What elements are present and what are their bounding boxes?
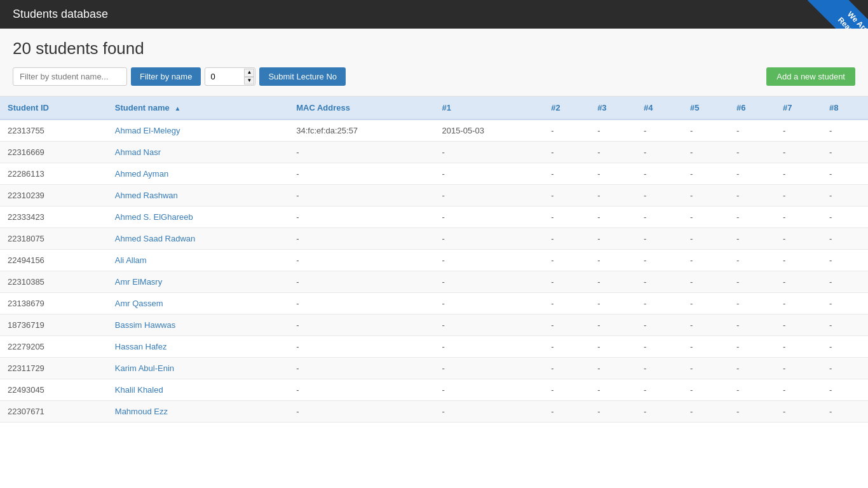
- page-title: 20 students found: [13, 39, 855, 58]
- data-cell: -: [590, 379, 636, 401]
- table-row: 22307671Mahmoud Ezz---------: [0, 401, 868, 423]
- table-row: 23138679Amr Qassem---------: [0, 293, 868, 315]
- data-cell: -: [636, 250, 682, 271]
- data-cell: -: [636, 163, 682, 185]
- student-id-cell: 22493045: [0, 379, 107, 401]
- toolbar-controls: Filter by name ▲ ▼ Submit Lecture No Add…: [13, 67, 855, 86]
- data-cell: -: [543, 293, 590, 315]
- spinner-up[interactable]: ▲: [244, 69, 254, 77]
- student-name-link[interactable]: Ahmed Rashwan: [115, 191, 178, 200]
- data-cell: -: [822, 185, 868, 207]
- data-cell: -: [682, 315, 729, 336]
- data-cell: -: [682, 207, 729, 228]
- data-cell: -: [288, 336, 434, 358]
- data-cell: -: [775, 379, 822, 401]
- data-cell: -: [775, 142, 822, 163]
- col-student-id: Student ID: [0, 97, 107, 119]
- data-cell: -: [636, 119, 682, 142]
- data-cell: -: [543, 250, 590, 271]
- student-name-link[interactable]: Khalil Khaled: [115, 385, 163, 395]
- data-cell: -: [682, 336, 729, 358]
- data-cell: -: [682, 271, 729, 293]
- submit-lecture-button[interactable]: Submit Lecture No: [259, 67, 346, 86]
- data-cell: -: [822, 315, 868, 336]
- data-cell: -: [543, 401, 590, 423]
- data-cell: -: [775, 315, 822, 336]
- data-cell: -: [590, 336, 636, 358]
- student-id-cell: 22307671: [0, 401, 107, 423]
- toolbar: 20 students found Filter by name ▲ ▼ Sub…: [0, 29, 868, 97]
- student-id-cell: 23138679: [0, 293, 107, 315]
- data-cell: -: [729, 185, 775, 207]
- spinner-down[interactable]: ▼: [244, 77, 254, 85]
- data-cell: 2015-05-03: [435, 119, 544, 142]
- student-id-cell: 22310239: [0, 185, 107, 207]
- table-row: 22316669Ahmad Nasr---------: [0, 142, 868, 163]
- data-cell: -: [682, 185, 729, 207]
- data-cell: -: [288, 271, 434, 293]
- data-cell: -: [775, 119, 822, 142]
- student-name-link[interactable]: Amr ElMasry: [115, 277, 162, 287]
- data-cell: -: [543, 228, 590, 250]
- data-cell: -: [775, 228, 822, 250]
- data-cell: -: [729, 119, 775, 142]
- data-cell: -: [729, 401, 775, 423]
- filter-by-name-button[interactable]: Filter by name: [131, 67, 201, 86]
- data-cell: -: [729, 315, 775, 336]
- header-row: Student ID Student name ▲ MAC Address #1…: [0, 97, 868, 119]
- student-name-link[interactable]: Ahmad El-Melegy: [115, 126, 180, 135]
- table-row: 18736719Bassim Hawwas---------: [0, 315, 868, 336]
- data-cell: -: [288, 185, 434, 207]
- data-cell: -: [288, 379, 434, 401]
- data-cell: -: [729, 163, 775, 185]
- student-id-cell: 22333423: [0, 207, 107, 228]
- student-id-cell: 22318075: [0, 228, 107, 250]
- table-row: 22318075Ahmed Saad Radwan---------: [0, 228, 868, 250]
- data-cell: -: [636, 336, 682, 358]
- data-cell: -: [682, 358, 729, 379]
- sort-arrow-name: ▲: [174, 105, 180, 112]
- data-cell: -: [288, 142, 434, 163]
- data-cell: -: [822, 119, 868, 142]
- data-cell: -: [590, 250, 636, 271]
- app-header: Students database We AreReactive: [0, 0, 868, 29]
- table-row: 22310385Amr ElMasry---------: [0, 271, 868, 293]
- data-cell: -: [288, 293, 434, 315]
- student-name-link[interactable]: Bassim Hawwas: [115, 320, 175, 330]
- student-name-link[interactable]: Hassan Hafez: [115, 342, 167, 351]
- data-cell: -: [590, 401, 636, 423]
- student-id-cell: 22310385: [0, 271, 107, 293]
- data-cell: -: [543, 207, 590, 228]
- add-new-student-button[interactable]: Add a new student: [766, 67, 855, 86]
- filter-input[interactable]: [13, 67, 127, 86]
- data-cell: -: [435, 250, 544, 271]
- student-id-cell: 22286113: [0, 163, 107, 185]
- data-cell: -: [435, 358, 544, 379]
- data-cell: -: [775, 271, 822, 293]
- student-name-link[interactable]: Karim Abul-Enin: [115, 363, 174, 373]
- col-student-name[interactable]: Student name ▲: [107, 97, 288, 119]
- table-row: 22494156Ali Allam---------: [0, 250, 868, 271]
- data-cell: -: [729, 336, 775, 358]
- data-cell: -: [822, 358, 868, 379]
- student-name-link[interactable]: Ahmed Ayman: [115, 169, 168, 179]
- student-id-cell: 18736719: [0, 315, 107, 336]
- student-name-link[interactable]: Ahmed Saad Radwan: [115, 234, 195, 243]
- table-row: 22310239Ahmed Rashwan---------: [0, 185, 868, 207]
- data-cell: -: [543, 315, 590, 336]
- table-row: 22311729Karim Abul-Enin---------: [0, 358, 868, 379]
- data-cell: -: [682, 401, 729, 423]
- data-cell: -: [729, 228, 775, 250]
- student-name-link[interactable]: Ahmed S. ElGhareeb: [115, 212, 193, 222]
- data-cell: -: [435, 401, 544, 423]
- data-cell: -: [822, 293, 868, 315]
- ribbon-container: We AreReactive: [798, 0, 868, 29]
- student-name-link[interactable]: Ahmad Nasr: [115, 147, 161, 157]
- data-cell: -: [822, 142, 868, 163]
- student-name-link[interactable]: Mahmoud Ezz: [115, 407, 168, 416]
- student-name-link[interactable]: Ali Allam: [115, 255, 147, 265]
- data-cell: -: [590, 163, 636, 185]
- data-cell: -: [729, 358, 775, 379]
- data-cell: -: [636, 228, 682, 250]
- student-name-link[interactable]: Amr Qassem: [115, 299, 163, 308]
